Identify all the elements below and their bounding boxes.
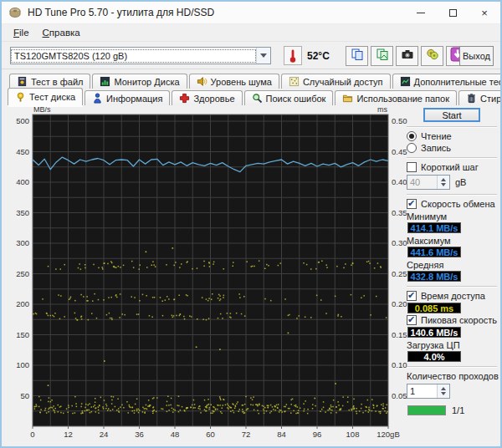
cpu-usage-label: Загрузка ЦП [407,340,499,350]
tab-тест-диска[interactable]: Тест диска [8,88,83,105]
svg-text:72: 72 [242,430,251,439]
svg-text:200: 200 [16,299,29,308]
svg-text:MB/s: MB/s [33,105,51,114]
trash-icon [466,93,477,104]
disk-test-icon [15,92,26,103]
file-test-icon [17,76,28,87]
divider [407,366,497,368]
folder-icon [342,93,353,104]
tab-тест-в-файл[interactable]: Тест в файл [9,74,90,89]
noise-icon [197,76,207,87]
screenshot-button[interactable] [396,46,418,66]
maximize-button[interactable] [437,2,469,23]
svg-text:300: 300 [16,238,29,247]
random-access-icon [289,76,300,87]
window-title: HD Tune Pro 5.70 - утилита для HD/SSD [28,7,405,18]
info-icon [92,93,103,104]
checkbox-icon [407,162,417,172]
app-icon [8,6,22,19]
radio-icon [407,131,417,141]
extra-tests-icon [400,76,411,87]
menu-item-help[interactable]: Справка [36,26,87,39]
tab-стирание[interactable]: Стирание [458,90,502,105]
drive-select-value: TS120GMTS820S (120 gB) [12,50,255,62]
svg-text:36: 36 [135,430,144,439]
svg-text:400: 400 [16,177,29,186]
svg-text:120gB: 120gB [376,430,399,439]
chevron-down-icon[interactable] [256,48,270,64]
svg-text:150: 150 [16,330,29,339]
tab-дополнительные-тесты[interactable]: Дополнительные тесты [392,74,502,89]
read-radio[interactable]: Чтение [407,131,499,141]
maximum-label: Максимум [407,236,499,246]
minimum-value: 414.1 MB/s [407,222,461,233]
svg-text:ms: ms [377,105,387,114]
checkbox-icon [407,199,417,209]
tab-монитор-диска[interactable]: Монитор Диска [92,74,187,89]
thermometer-icon [284,46,302,65]
svg-text:250: 250 [16,269,29,278]
read-radio-label: Чтение [421,131,452,141]
svg-text:0: 0 [30,430,34,439]
start-button[interactable]: Start [423,108,480,122]
copy-clipboard-button[interactable] [346,46,368,66]
toolbar: TS120GMTS820S (120 gB) 52°C Выход [2,42,500,69]
menu-item-file[interactable]: File [7,26,36,39]
camera-icon [401,48,414,64]
svg-text:12: 12 [64,430,73,439]
temperature-value: 52°C [307,50,330,62]
progress-label: 1/1 [452,405,464,415]
drive-select[interactable]: TS120GMTS820S (120 gB) [10,47,271,64]
average-label: Средняя [407,260,499,270]
pass-count-label: Количество проходов [407,371,499,381]
health-icon [179,93,190,104]
tab-row-1: Тест в файлМонитор ДискаУровень шумаСлуч… [2,72,500,89]
access-time-checkbox[interactable]: Время доступа [407,291,499,301]
short-stride-checkbox[interactable]: Короткий шаг [407,162,499,172]
burst-rate-checkbox[interactable]: Пиковая скорость [407,315,499,325]
burst-rate-value: 140.6 MB/s [407,327,461,338]
svg-text:84: 84 [277,430,286,439]
divider [407,194,497,196]
search-icon [252,93,263,104]
write-radio-label: Запись [421,143,451,153]
svg-text:100: 100 [16,360,29,369]
benchmark-view: 50100150200250300350400450500MB/s0.050.1… [2,105,500,448]
copy-image-icon [376,48,389,64]
minimize-button[interactable] [405,2,437,23]
save-button[interactable] [421,46,443,66]
tab-strip: Тест в файлМонитор ДискаУровень шумаСлуч… [2,69,500,105]
tab-уровень-шума[interactable]: Уровень шума [189,74,279,89]
tab-здоровье[interactable]: Здоровье [172,90,242,105]
spinner-arrows-icon[interactable] [437,384,449,398]
exit-button[interactable]: Выход [459,46,494,66]
svg-text:60: 60 [206,430,215,439]
spinner-arrows-icon[interactable] [437,176,449,189]
minimum-label: Минимум [407,211,499,221]
tab-использование-папок[interactable]: Использование папок [335,90,457,105]
svg-text:96: 96 [313,430,322,439]
maximum-value: 441.6 MB/s [407,247,461,257]
stride-size-spinner[interactable]: 40 [407,175,450,190]
control-panel: Start Чтение Запись Короткий шаг 40 g [405,105,499,415]
divider [407,126,497,128]
write-radio[interactable]: Запись [407,143,499,153]
transfer-rate-checkbox[interactable]: Скорость обмена [407,199,499,209]
divider [407,286,497,288]
svg-text:450: 450 [16,147,29,156]
tab-информация[interactable]: Информация [85,90,170,105]
save-disks-icon [426,48,439,64]
tab-случайный-доступ[interactable]: Случайный доступ [281,74,391,89]
progress-bar [407,405,446,415]
copy-pages-icon [351,48,364,64]
toolbar-buttons [346,46,469,66]
copy-image-button[interactable] [371,46,393,66]
tab-поиск-ошибок[interactable]: Поиск ошибок [244,90,334,105]
svg-text:108: 108 [346,430,360,439]
close-button[interactable]: × [469,2,500,23]
radio-icon [407,143,417,153]
pass-count-spinner[interactable]: 1 [407,384,450,399]
stride-size-value: 40 [407,176,437,189]
svg-text:350: 350 [16,208,29,217]
average-value: 432.8 MB/s [407,271,461,282]
